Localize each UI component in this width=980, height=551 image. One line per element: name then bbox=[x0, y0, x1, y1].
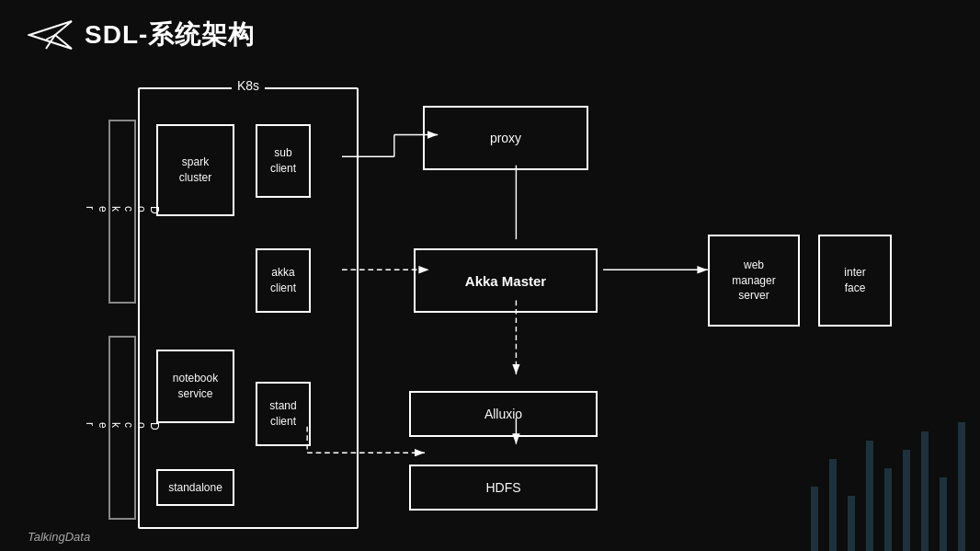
stand-client-box: standclient bbox=[256, 382, 311, 446]
proxy-box: proxy bbox=[423, 106, 588, 170]
k8s-label: K8s bbox=[232, 78, 265, 93]
spark-cluster-label: sparkcluster bbox=[179, 155, 211, 186]
docker-label-1: Docker bbox=[108, 120, 136, 304]
background-chart bbox=[796, 413, 980, 551]
alluxio-label: Alluxio bbox=[484, 407, 522, 421]
paper-plane-icon bbox=[28, 17, 74, 53]
brand-label: TalkingData bbox=[28, 530, 90, 544]
title-area: SDL-系统架构 bbox=[28, 17, 255, 53]
notebook-service-box: notebookservice bbox=[156, 350, 234, 423]
docker-label-2: Docker bbox=[108, 336, 136, 520]
hdfs-box: HDFS bbox=[409, 465, 598, 511]
standalone-label: standalone bbox=[168, 481, 222, 494]
svg-marker-0 bbox=[29, 21, 72, 49]
stand-client-label: standclient bbox=[269, 398, 296, 430]
akka-client-label: akkaclient bbox=[270, 265, 296, 296]
footer: TalkingData bbox=[28, 530, 90, 544]
notebook-service-label: notebookservice bbox=[173, 371, 218, 402]
proxy-label: proxy bbox=[490, 131, 521, 145]
interface-box: interface bbox=[818, 235, 892, 327]
interface-label: interface bbox=[844, 265, 865, 296]
sub-client-label: subclient bbox=[270, 145, 296, 177]
akka-master-box: Akka Master bbox=[414, 248, 598, 313]
standalone-box: standalone bbox=[156, 469, 234, 506]
web-manager-box: webmanagerserver bbox=[708, 235, 800, 327]
web-manager-label: webmanagerserver bbox=[732, 258, 775, 304]
akka-client-box: akkaclient bbox=[256, 248, 311, 313]
hdfs-label: HDFS bbox=[485, 480, 520, 495]
sub-client-box: subclient bbox=[256, 124, 311, 198]
akka-master-label: Akka Master bbox=[465, 273, 546, 289]
page-title: SDL-系统架构 bbox=[85, 17, 255, 52]
alluxio-box: Alluxio bbox=[409, 391, 598, 437]
spark-cluster-box: sparkcluster bbox=[156, 124, 234, 216]
